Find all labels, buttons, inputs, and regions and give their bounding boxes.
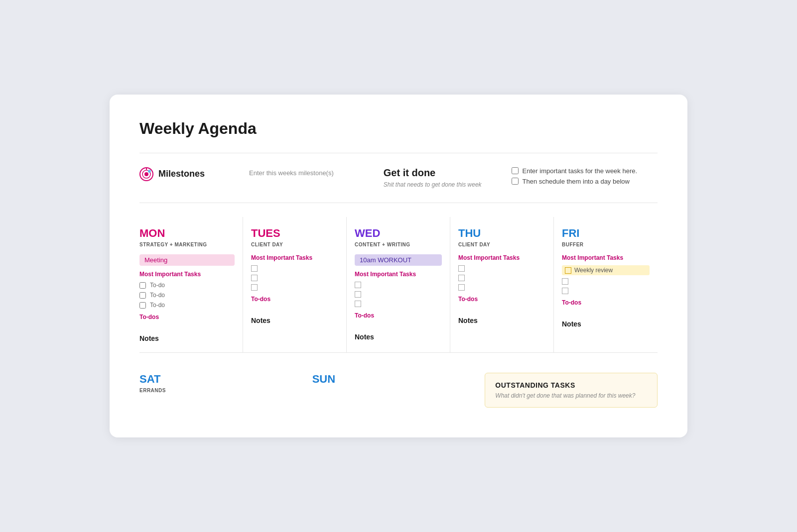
tues-notes: Notes: [251, 317, 338, 324]
mon-notes: Notes: [139, 334, 235, 342]
tues-cb-row-2: [251, 275, 338, 281]
outstanding-subtitle: What didn't get done that was planned fo…: [495, 392, 647, 399]
tues-cb-row-1: [251, 265, 338, 272]
wed-cb-row-1: [355, 282, 442, 288]
day-col-sun: SUN: [312, 373, 485, 408]
wed-cb-row-2: [355, 291, 442, 298]
get-it-done-subtitle: Shit that needs to get done this week: [384, 181, 482, 189]
thu-cb-1[interactable]: [458, 265, 465, 272]
thu-cb-row-2: [458, 275, 545, 281]
mon-todo-2: To-do: [139, 292, 235, 299]
day-name-wed: WED: [355, 227, 442, 240]
milestones-section: Milestones Enter this weeks milestone(s)…: [139, 167, 658, 204]
thu-cb-row-3: [458, 284, 545, 291]
tues-cb-row-3: [251, 284, 338, 291]
fri-cb-row-2: [562, 288, 650, 294]
get-it-done-title: Get it done: [384, 167, 482, 179]
tues-todos-link[interactable]: To-dos: [251, 296, 338, 303]
svg-point-2: [144, 172, 148, 176]
get-it-done-tasks: Enter important tasks for the week here.…: [512, 167, 658, 188]
thu-notes: Notes: [458, 317, 545, 324]
wed-notes: Notes: [355, 333, 442, 341]
tues-cb-2[interactable]: [251, 275, 258, 281]
day-name-mon: MON: [139, 227, 235, 240]
mon-cb-2[interactable]: [139, 292, 146, 299]
bottom-grid: SAT ERRANDS SUN OUTSTANDING TASKS What d…: [139, 373, 658, 408]
mon-cb-3[interactable]: [139, 302, 146, 309]
day-name-sat: SAT: [139, 373, 302, 386]
fri-notes: Notes: [562, 320, 650, 328]
day-col-sat: SAT ERRANDS: [139, 373, 312, 408]
day-type-mon: STRATEGY + MARKETING: [139, 242, 235, 247]
fri-cb-row-1: [562, 278, 650, 285]
day-col-wed: WED CONTENT + WRITING 10am WORKOUT Most …: [347, 217, 450, 352]
thu-cb-3[interactable]: [458, 284, 465, 291]
top-divider: [139, 153, 658, 153]
target-icon: [139, 167, 153, 181]
day-col-thu: THU CLIENT DAY Most Important Tasks To-d…: [450, 217, 554, 352]
outstanding-tasks-block: OUTSTANDING TASKS What didn't get done t…: [485, 373, 658, 408]
outstanding-title: OUTSTANDING TASKS: [495, 381, 647, 389]
mon-todo-1: To-do: [139, 282, 235, 289]
wed-highlight: 10am WORKOUT: [355, 254, 442, 266]
tues-cb-1[interactable]: [251, 265, 258, 272]
page-title: Weekly Agenda: [139, 119, 658, 138]
day-type-thu: CLIENT DAY: [458, 242, 545, 247]
fri-cb-1[interactable]: [562, 278, 568, 285]
milestones-placeholder-text: Enter this weeks milestone(s): [249, 167, 334, 177]
thu-cb-2[interactable]: [458, 275, 465, 281]
fri-highlighted-label: Weekly review: [574, 267, 613, 274]
day-name-thu: THU: [458, 227, 545, 240]
mon-cb-1[interactable]: [139, 282, 146, 289]
tues-cb-3[interactable]: [251, 284, 258, 291]
day-col-mon: MON STRATEGY + MARKETING Meeting Most Im…: [139, 217, 243, 352]
get-it-done-task-1: Enter important tasks for the week here.: [512, 167, 658, 175]
thu-todos-link[interactable]: To-dos: [458, 296, 545, 303]
task2-checkbox[interactable]: [512, 178, 519, 185]
fri-section-label: Most Important Tasks: [562, 254, 650, 261]
get-it-done-task-2: Then schedule them into a day below: [512, 178, 658, 185]
mon-todos-link[interactable]: To-dos: [139, 314, 235, 320]
milestones-left: Milestones: [139, 167, 229, 181]
get-it-done-block: Get it done Shit that needs to get done …: [384, 167, 482, 189]
day-name-fri: FRI: [562, 227, 650, 240]
milestones-label: Milestones: [158, 169, 205, 179]
day-col-fri: FRI BUFFER Most Important Tasks Weekly r…: [554, 217, 658, 352]
fri-cb-2[interactable]: [562, 288, 568, 294]
tues-section-label: Most Important Tasks: [251, 254, 338, 261]
mon-section-label: Most Important Tasks: [139, 271, 235, 278]
weekly-agenda-card: Weekly Agenda Milestones Enter this week…: [110, 95, 687, 438]
wed-cb-1[interactable]: [355, 282, 361, 288]
day-type-wed: CONTENT + WRITING: [355, 242, 442, 247]
task1-checkbox[interactable]: [512, 167, 519, 174]
mon-todo-3: To-do: [139, 302, 235, 309]
fri-todos-link[interactable]: To-dos: [562, 299, 650, 306]
fri-highlighted-row: Weekly review: [562, 265, 650, 275]
day-type-fri: BUFFER: [562, 242, 650, 247]
wed-todos-link[interactable]: To-dos: [355, 312, 442, 319]
day-name-tues: TUES: [251, 227, 338, 240]
wed-cb-row-3: [355, 301, 442, 307]
days-grid: MON STRATEGY + MARKETING Meeting Most Im…: [139, 217, 658, 353]
outstanding-box: OUTSTANDING TASKS What didn't get done t…: [485, 373, 658, 408]
day-type-sat: ERRANDS: [139, 388, 302, 393]
thu-cb-row-1: [458, 265, 545, 272]
wed-cb-2[interactable]: [355, 291, 361, 298]
wed-section-label: Most Important Tasks: [355, 271, 442, 278]
fri-cb-highlighted[interactable]: [565, 267, 571, 274]
thu-section-label: Most Important Tasks: [458, 254, 545, 261]
wed-cb-3[interactable]: [355, 301, 361, 307]
day-type-tues: CLIENT DAY: [251, 242, 338, 247]
day-col-tues: TUES CLIENT DAY Most Important Tasks To-…: [243, 217, 347, 352]
mon-highlight: Meeting: [139, 254, 235, 266]
day-name-sun: SUN: [312, 373, 475, 386]
